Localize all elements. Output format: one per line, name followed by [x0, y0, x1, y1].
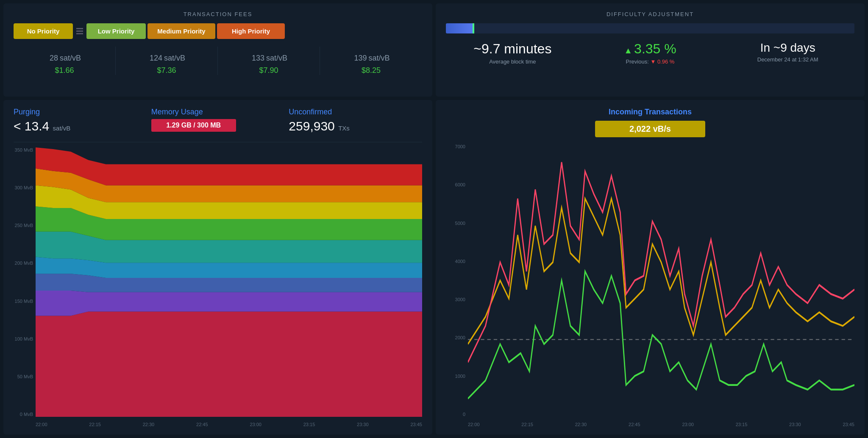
change-stat: ▲3.35 % Previous: ▼ 0.96 % [584, 41, 717, 65]
fee-usd-no: $1.66 [18, 66, 111, 75]
mempool-chart: 0 MvB 50 MvB 100 MvB 150 MvB 200 MvB 250… [14, 147, 422, 427]
incoming-chart: 0 1000 2000 3000 4000 5000 6000 7000 22:… [446, 144, 854, 427]
incoming-y-7000: 7000 [446, 144, 465, 149]
incoming-x-2345: 23:45 [843, 422, 854, 427]
fee-col-low: 124sat/vB $7.36 [116, 47, 218, 75]
difficulty-bar [446, 23, 854, 33]
incoming-y-5000: 5000 [446, 221, 465, 226]
difficulty-panel: DIFFICULTY ADJUSTMENT ~9.7 minutes Avera… [436, 3, 865, 97]
y-label-0: 0 MvB [14, 412, 33, 417]
unconfirmed-title: Unconfirmed [289, 108, 422, 116]
next-adjustment-date: December 24 at 1:32 AM [721, 56, 854, 63]
fee-col-med: 133sat/vB $7.90 [218, 47, 320, 75]
fee-col-high: 139sat/vB $8.25 [320, 47, 422, 75]
y-label-150: 150 MvB [14, 299, 33, 304]
avg-block-time-stat: ~9.7 minutes Average block time [446, 41, 579, 65]
next-adjustment-label: In ~9 days [721, 41, 854, 55]
incoming-x-2230: 22:30 [575, 422, 587, 427]
mempool-divider [14, 142, 422, 142]
purging-value: < 13.4 sat/vB [14, 119, 147, 133]
y-label-250: 250 MvB [14, 223, 33, 228]
incoming-rate-container: 2,022 vB/s [446, 121, 854, 137]
incoming-x-2245: 22:45 [629, 422, 640, 427]
incoming-y-4000: 4000 [446, 259, 465, 264]
incoming-y-1000: 1000 [446, 374, 465, 379]
medium-priority-btn[interactable]: Medium Priority [147, 23, 215, 39]
purging-stat: Purging < 13.4 sat/vB [14, 108, 147, 133]
incoming-x-2315: 23:15 [736, 422, 748, 427]
transaction-fees-panel: TRANSACTION FEES No Priority Low Priorit… [3, 3, 432, 97]
fee-sat-no: 28sat/vB [18, 47, 111, 64]
y-label-50: 50 MvB [14, 374, 33, 379]
fee-col-no-priority: 28sat/vB $1.66 [14, 47, 116, 75]
x-label-2345: 23:45 [410, 422, 422, 427]
avg-block-time-value: ~9.7 minutes [446, 41, 579, 57]
fee-usd-high: $8.25 [324, 66, 418, 75]
svg-marker-8 [36, 147, 422, 185]
change-arrow: ▲ [624, 46, 632, 55]
fee-sat-low: 124sat/vB [120, 47, 213, 64]
incoming-y-2000: 2000 [446, 335, 465, 340]
unconfirmed-value: 259,930 TXs [289, 119, 422, 133]
incoming-rate: 2,022 vB/s [595, 121, 705, 137]
prev-val: ▼ 0.96 % [650, 58, 674, 65]
incoming-transactions-panel: Incoming Transactions 2,022 vB/s 0 1000 … [436, 100, 865, 435]
fee-sat-high: 139sat/vB [324, 47, 418, 64]
y-label-200: 200 MvB [14, 261, 33, 266]
high-priority-btn[interactable]: High Priority [217, 23, 285, 39]
memory-bar: 1.29 GB / 300 MB [151, 119, 236, 132]
next-adjustment-stat: In ~9 days December 24 at 1:32 AM [721, 41, 854, 65]
incoming-y-6000: 6000 [446, 182, 465, 187]
incoming-y-0: 0 [446, 412, 465, 417]
x-label-2245: 22:45 [196, 422, 208, 427]
prev-change: Previous: ▼ 0.96 % [584, 58, 717, 65]
avg-block-time-label: Average block time [446, 58, 579, 65]
incoming-title: Incoming Transactions [609, 108, 692, 116]
fee-usd-low: $7.36 [120, 66, 213, 75]
priority-divider [76, 28, 83, 34]
incoming-x-2215: 22:15 [521, 422, 533, 427]
mempool-panel: Purging < 13.4 sat/vB Memory Usage 1.29 … [3, 100, 432, 435]
fee-values: 28sat/vB $1.66 124sat/vB $7.36 133sat/vB… [14, 47, 422, 75]
x-label-2230: 22:30 [143, 422, 155, 427]
unconfirmed-stat: Unconfirmed 259,930 TXs [289, 108, 422, 133]
no-priority-btn[interactable]: No Priority [14, 23, 73, 39]
mempool-stats: Purging < 13.4 sat/vB Memory Usage 1.29 … [14, 108, 422, 133]
x-label-2300: 23:00 [250, 422, 262, 427]
incoming-y-3000: 3000 [446, 297, 465, 302]
incoming-x-2300: 23:00 [682, 422, 694, 427]
y-label-350: 350 MvB [14, 147, 33, 152]
x-label-2330: 23:30 [357, 422, 369, 427]
low-priority-btn[interactable]: Low Priority [86, 23, 146, 39]
purging-title: Purging [14, 108, 147, 116]
fee-usd-med: $7.90 [222, 66, 315, 75]
x-label-2215: 22:15 [89, 422, 101, 427]
svg-marker-0 [36, 312, 422, 417]
memory-stat: Memory Usage 1.29 GB / 300 MB [151, 108, 285, 133]
fee-sat-med: 133sat/vB [222, 47, 315, 64]
incoming-x-2330: 23:30 [789, 422, 801, 427]
memory-title: Memory Usage [151, 108, 285, 116]
x-label-2315: 23:15 [303, 422, 315, 427]
transaction-fees-title: TRANSACTION FEES [14, 11, 422, 17]
difficulty-stats: ~9.7 minutes Average block time ▲3.35 % … [446, 41, 854, 65]
change-value: ▲3.35 % [584, 41, 717, 57]
x-label-2200: 22:00 [36, 422, 47, 427]
y-label-100: 100 MvB [14, 336, 33, 341]
y-label-300: 300 MvB [14, 185, 33, 190]
difficulty-title: DIFFICULTY ADJUSTMENT [446, 11, 854, 17]
fee-priorities: No Priority Low Priority Medium Priority… [14, 23, 422, 39]
incoming-x-2200: 22:00 [468, 422, 480, 427]
